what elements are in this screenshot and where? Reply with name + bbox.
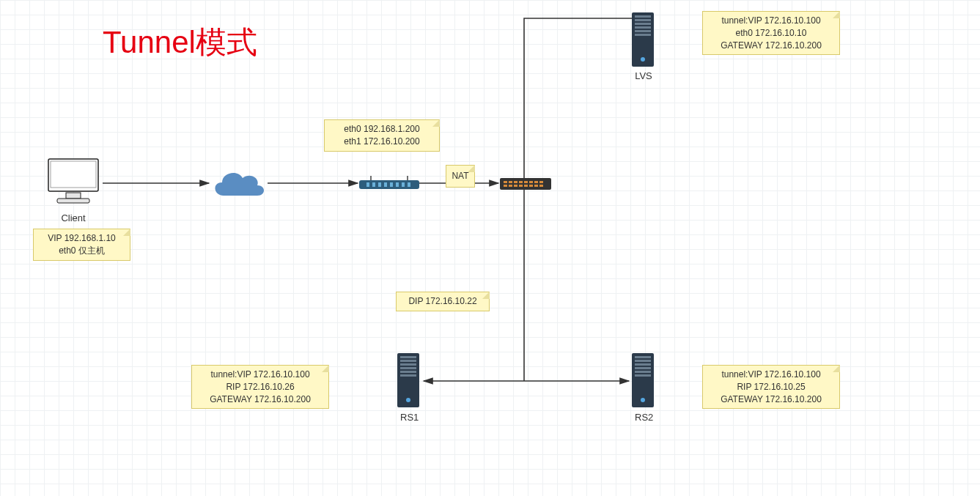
svg-rect-21 [500, 178, 551, 190]
svg-rect-40 [635, 19, 651, 21]
svg-rect-28 [534, 181, 538, 183]
svg-rect-55 [635, 356, 651, 358]
svg-point-45 [641, 57, 645, 62]
svg-rect-60 [635, 374, 651, 377]
note-line: DIP 172.16.10.22 [408, 296, 476, 306]
svg-rect-13 [378, 182, 381, 187]
note-line: eth0 仅主机 [59, 245, 105, 256]
svg-rect-51 [400, 371, 416, 373]
rs2-label: RS2 [635, 412, 652, 423]
svg-rect-59 [635, 371, 651, 373]
svg-rect-57 [635, 363, 651, 366]
svg-rect-50 [400, 367, 416, 369]
svg-rect-18 [408, 182, 410, 187]
cloud-icon [209, 165, 268, 208]
note-line: eth0 192.168.1.200 [344, 124, 419, 134]
note-line: GATEWAY 172.16.10.200 [721, 40, 822, 51]
svg-rect-26 [524, 181, 528, 183]
client-monitor-icon [44, 158, 103, 212]
switch-icon [500, 178, 551, 193]
lvs-server-icon [630, 11, 655, 71]
diagram-title: Tunnel模式 [103, 22, 257, 63]
svg-rect-22 [504, 181, 507, 183]
svg-rect-58 [635, 367, 651, 369]
dip-note: DIP 172.16.10.22 [396, 292, 490, 311]
client-note: VIP 192.168.1.10 eth0 仅主机 [33, 229, 130, 261]
svg-rect-30 [504, 185, 507, 187]
svg-rect-35 [529, 185, 533, 187]
svg-rect-17 [402, 182, 405, 187]
note-line: GATEWAY 172.16.10.200 [210, 394, 311, 404]
note-line: tunnel:VIP 172.16.10.100 [721, 15, 820, 26]
svg-point-53 [406, 398, 410, 402]
svg-rect-52 [400, 374, 416, 377]
svg-rect-23 [509, 181, 512, 183]
lvs-label: LVS [635, 70, 652, 81]
note-line: VIP 192.168.1.10 [48, 233, 116, 243]
svg-rect-34 [524, 185, 528, 187]
rs1-server-icon [396, 352, 421, 412]
svg-rect-25 [519, 181, 523, 183]
note-line: GATEWAY 172.16.10.200 [721, 394, 822, 404]
svg-rect-31 [509, 185, 512, 187]
note-line: tunnel:VIP 172.16.10.100 [721, 369, 820, 380]
nat-note: NAT [446, 165, 475, 188]
svg-rect-33 [519, 185, 523, 187]
svg-rect-8 [66, 193, 81, 199]
note-line: NAT [452, 171, 468, 181]
svg-rect-27 [529, 181, 533, 183]
svg-rect-43 [635, 30, 651, 32]
svg-rect-42 [635, 26, 651, 29]
svg-rect-24 [514, 181, 517, 183]
svg-rect-32 [514, 185, 517, 187]
svg-rect-15 [390, 182, 393, 187]
svg-point-61 [641, 398, 645, 402]
rs2-server-icon [630, 352, 655, 412]
rs1-note: tunnel:VIP 172.16.10.100 RIP 172.16.10.2… [191, 365, 329, 409]
svg-rect-49 [400, 363, 416, 366]
note-line: tunnel:VIP 172.16.10.100 [210, 369, 309, 380]
svg-rect-11 [366, 182, 369, 187]
svg-rect-9 [57, 199, 89, 203]
svg-rect-14 [384, 182, 387, 187]
rs2-note: tunnel:VIP 172.16.10.100 RIP 172.16.10.2… [702, 365, 840, 409]
svg-rect-7 [51, 161, 96, 188]
svg-rect-41 [635, 23, 651, 25]
svg-rect-47 [400, 356, 416, 358]
svg-rect-39 [635, 15, 651, 18]
svg-rect-56 [635, 360, 651, 362]
router-note: eth0 192.168.1.200 eth1 172.16.10.200 [324, 119, 440, 152]
rs1-label: RS1 [400, 412, 418, 423]
note-line: eth0 172.16.10.10 [736, 28, 807, 38]
note-line: RIP 172.16.10.25 [737, 382, 805, 392]
connection-layer [0, 0, 980, 496]
note-line: RIP 172.16.10.26 [226, 382, 294, 392]
note-line: eth1 172.16.10.200 [344, 136, 419, 147]
lvs-note: tunnel:VIP 172.16.10.100 eth0 172.16.10.… [702, 11, 840, 55]
svg-rect-48 [400, 360, 416, 362]
svg-rect-12 [372, 182, 375, 187]
svg-rect-29 [539, 181, 543, 183]
svg-rect-37 [539, 185, 543, 187]
svg-rect-16 [396, 182, 399, 187]
client-label: Client [59, 212, 88, 223]
svg-rect-44 [635, 34, 651, 36]
router-icon [358, 176, 421, 196]
svg-rect-36 [534, 185, 538, 187]
